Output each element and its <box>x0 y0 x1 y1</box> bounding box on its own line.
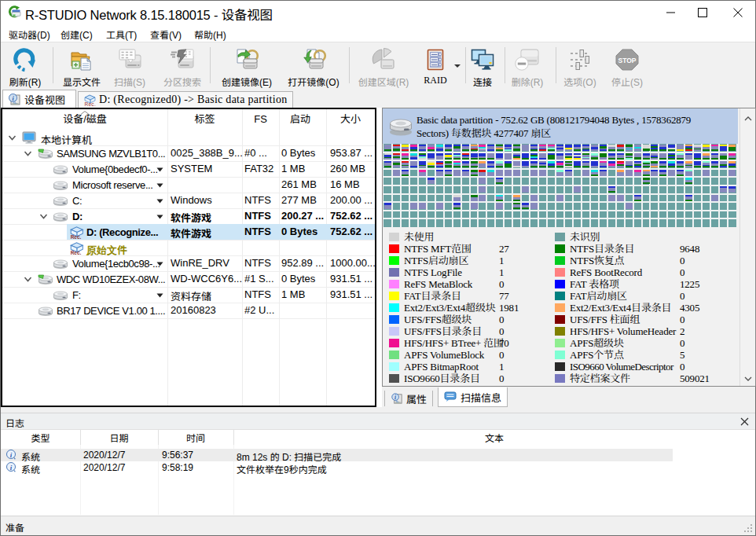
svg-text:STOP: STOP <box>618 57 637 64</box>
svg-text:Rec.: Rec. <box>85 101 97 107</box>
svg-text:Rec.: Rec. <box>71 250 82 255</box>
svg-text:Rec.: Rec. <box>71 234 82 239</box>
